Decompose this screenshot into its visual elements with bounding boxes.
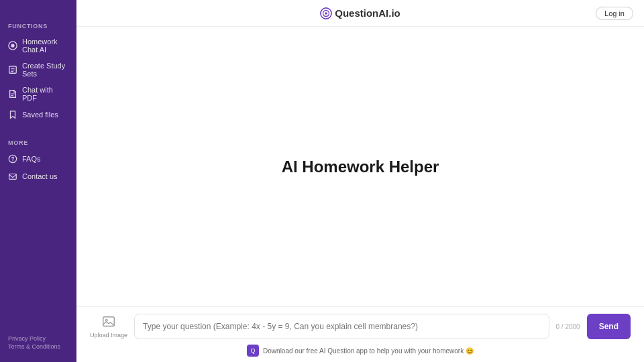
sidebar-item-label: Chat with PDF [22,86,68,102]
header: QuestionAI.io Log in [76,0,644,27]
char-count: 0 / 2000 [556,323,580,330]
sidebar-item-contact[interactable]: Contact us [0,168,76,185]
logo: QuestionAI.io [320,7,400,19]
input-row: Upload Image 0 / 2000 Send [90,314,631,339]
svg-point-1 [11,44,14,47]
send-button[interactable]: Send [587,314,631,339]
app-icon: Q [247,345,259,357]
login-button[interactable]: Log in [596,7,633,20]
sidebar-item-saved-files[interactable]: Saved files [0,106,76,123]
upload-label: Upload Image [90,332,127,339]
page-title: AI Homework Helper [282,158,439,176]
privacy-policy-link[interactable]: Privacy Policy [8,335,68,342]
app-download-bar: Q Download our free AI Question app to h… [90,345,631,357]
sidebar-item-homework-chat[interactable]: Homework Chat AI [0,34,76,58]
sidebar-footer: Privacy Policy Terms & Conditions [0,335,76,351]
svg-point-13 [325,12,327,15]
upload-icon [101,315,116,330]
mail-icon [8,172,17,181]
download-text: Download our free AI Question app to hel… [263,347,474,355]
main-area: QuestionAI.io Log in AI Homework Helper … [76,0,644,362]
bottom-bar: Upload Image 0 / 2000 Send Q Download ou… [76,306,644,362]
sidebar-item-label: Homework Chat AI [22,38,68,54]
svg-rect-10 [9,174,17,180]
svg-point-15 [105,319,107,321]
functions-section-label: FUNCTIONS [0,23,76,29]
sidebar-item-label: FAQs [22,155,41,163]
pdf-icon [8,89,17,99]
help-icon [8,154,17,164]
sidebar-item-study-sets[interactable]: Create Study Sets [0,58,76,82]
question-input[interactable] [134,314,549,339]
sidebar-item-label: Saved files [22,111,58,119]
content-area: AI Homework Helper [76,27,644,306]
sidebar-item-faqs[interactable]: FAQs [0,150,76,168]
bookmark-icon [8,110,17,119]
sidebar-item-label: Create Study Sets [22,62,68,78]
sidebar-item-chat-pdf[interactable]: Chat with PDF [0,82,76,106]
logo-text: QuestionAI.io [335,7,400,19]
logo-icon [320,7,332,19]
sidebar-item-label: Contact us [22,172,58,180]
svg-rect-14 [103,316,115,326]
study-icon [8,65,17,74]
upload-button[interactable]: Upload Image [90,315,127,339]
terms-conditions-link[interactable]: Terms & Conditions [8,343,68,350]
sidebar: FUNCTIONS Homework Chat AI Create Study … [0,0,76,362]
more-section-label: MORE [0,139,76,146]
svg-point-9 [12,160,13,161]
chat-icon [8,41,17,50]
